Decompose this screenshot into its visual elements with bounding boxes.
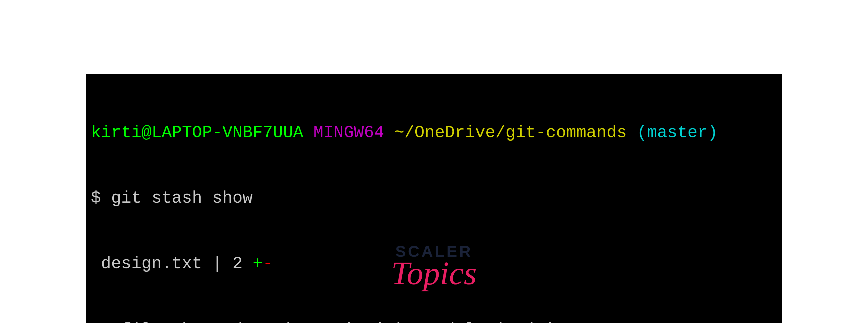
git-branch: (master) [637,123,718,142]
file-stat-text: design.txt | 2 [91,254,253,273]
shell-env: MINGW64 [313,123,384,142]
deletion-indicator: - [263,254,273,273]
logo-topics-text: Topics [391,254,477,292]
command-input: $ git stash show [91,187,777,209]
output-summary: 1 file changed, 1 insertion(+), 1 deleti… [91,319,777,323]
prompt-line: kirti@LAPTOP-VNBF7UUA MINGW64 ~/OneDrive… [91,122,777,144]
current-path: ~/OneDrive/git-commands [394,123,627,142]
brand-logo: SCALER Topics [391,242,477,292]
user-host: kirti@LAPTOP-VNBF7UUA [91,123,303,142]
insertion-indicator: + [253,254,263,273]
